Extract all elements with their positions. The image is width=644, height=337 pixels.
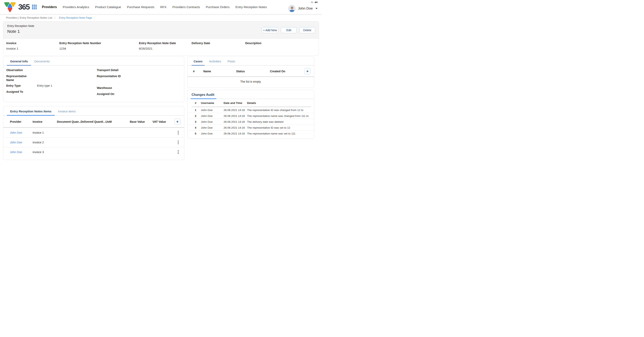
audit-table-header: # Username Date and Time Details [188, 99, 314, 106]
tab-cases[interactable]: Cases [192, 59, 204, 65]
field-ern-number: Entry Reception Note Number 1234 [59, 42, 139, 50]
language-switcher: ro en [311, 1, 318, 4]
item-provider-link[interactable]: John Doe [10, 141, 32, 144]
tab-documents[interactable]: Documents [31, 59, 53, 65]
apps-grid-icon[interactable] [32, 5, 37, 9]
audit-row: 5 John Doe 26.08.2021 14:16 The represen… [188, 131, 314, 136]
audit-username: John Doe [201, 126, 224, 129]
audit-row: 1 John Doe 26.08.2021 14:16 The represen… [188, 107, 314, 113]
audit-datetime: 26.08.2021 14:16 [224, 126, 247, 129]
audit-details: The delivery date was deleted [247, 120, 311, 123]
audit-username: John Doe [201, 108, 224, 112]
nav-item-rfx[interactable]: RFX [160, 5, 166, 9]
audit-row: 4 John Doe 26.08.2021 14:16 The represen… [188, 125, 314, 131]
empty-list-message: The list is empty. [188, 77, 314, 88]
language-ro[interactable]: ro [311, 1, 313, 4]
field-representative-id: Representative ID [97, 74, 180, 78]
tab-invoice-items[interactable]: Invoice items [55, 109, 79, 115]
app-logo[interactable]: 365 [4, 2, 30, 12]
item-invoice: invoice 2 [32, 141, 57, 144]
field-observation: Observation [6, 68, 97, 72]
nav-item-providers[interactable]: Providers [42, 5, 57, 9]
item-provider-link[interactable]: John Doe [10, 131, 32, 134]
field-representative-name: Representative Name [6, 74, 97, 82]
audit-details: The representative name was changed from… [247, 114, 311, 118]
items-tabs: Entry Reception Notes Items Invoice item… [3, 106, 184, 116]
general-info-fields: Observation Representative Name Entry Ty… [3, 66, 184, 102]
field-ern-date: Entry Reception Note Date 8/26/2021 [139, 42, 192, 50]
top-navbar: 365 Providers Providers Analytics Produc… [0, 0, 322, 14]
header-fields: Invoice invoice 1 Entry Reception Note N… [3, 38, 319, 55]
add-item-button[interactable]: + [174, 118, 180, 125]
item-invoice: invoice 1 [32, 131, 57, 134]
item-row: John Doe invoice 1 [3, 128, 184, 138]
logo-triangles-icon [4, 2, 16, 12]
language-en[interactable]: en [315, 1, 318, 4]
audit-table-body: 1 John Doe 26.08.2021 14:16 The represen… [188, 107, 314, 138]
breadcrumb-current[interactable]: Entry Reception Note Page [59, 16, 92, 19]
field-entry-type: Entry Type Entry type 1 [6, 84, 97, 88]
audit-row: 3 John Doe 26.08.2021 14:16 The delivery… [188, 119, 314, 125]
field-ern-number-value: 1234 [59, 47, 139, 50]
field-entry-type-value: Entry type 1 [37, 84, 52, 88]
item-invoice: invoice 3 [32, 150, 57, 154]
nav-item-entry-reception-notes[interactable]: Entry Reception Notes [235, 5, 267, 9]
general-info-tabs: General Info Documents [3, 57, 184, 66]
nav-item-purchase-requests[interactable]: Purchase Requests [127, 5, 154, 9]
field-assigned-to: Assigned To [6, 90, 97, 94]
field-invoice-value: invoice 1 [6, 47, 59, 50]
changes-audit-header: Changes Audit [188, 90, 314, 99]
field-transport-detail: Transport Detail [97, 68, 180, 72]
field-assigned-on: Assigned On [97, 92, 180, 96]
breadcrumb-root[interactable]: Providers | Entry Reception Notes List [6, 16, 52, 19]
edit-button[interactable]: Edit [281, 27, 297, 33]
delete-button[interactable]: Delete [299, 27, 315, 33]
entry-reception-note-card: Entry Reception Note Note 1 + Add New Ed… [3, 21, 319, 56]
header-actions: + Add New Edit Delete [262, 27, 315, 33]
nav-item-purchase-orders[interactable]: Purchase Orders [206, 5, 230, 9]
tab-entry-reception-notes-items[interactable]: Entry Reception Notes Items [7, 109, 55, 115]
changes-audit-title: Changes Audit [192, 93, 216, 99]
kebab-menu-icon[interactable] [176, 140, 180, 145]
items-table-body: John Doe invoice 1 John Doe invoice 2 Jo… [3, 128, 184, 160]
breadcrumb-separator: 〉 [54, 16, 57, 19]
general-info-card: General Info Documents Observation Repre… [3, 56, 184, 102]
kebab-menu-icon[interactable] [176, 150, 180, 155]
audit-details: The representative name was set to 111 [247, 132, 311, 135]
audit-details: The representative ID was set to 12 [247, 126, 311, 129]
item-row: John Doe invoice 2 [3, 138, 184, 147]
user-menu[interactable]: John Doe [288, 5, 318, 12]
add-new-button[interactable]: + Add New [262, 27, 278, 33]
audit-details: The representative ID was changed from 1… [247, 108, 311, 112]
cases-card: Cases Activities Posts # Name Status Cre… [187, 56, 314, 88]
cases-table-header: # Name Status Created On + [188, 66, 314, 76]
user-name: John Doe [298, 6, 313, 10]
nav-item-product-catalogue[interactable]: Product Catalogue [95, 5, 121, 9]
field-warehouse: Warehouse [97, 86, 180, 90]
item-row: John Doe invoice 3 [3, 147, 184, 157]
nav-item-providers-contracts[interactable]: Providers Contracts [172, 5, 200, 9]
field-invoice: Invoice invoice 1 [6, 42, 59, 50]
audit-datetime: 26.08.2021 14:16 [224, 108, 247, 112]
cases-tabs: Cases Activities Posts [188, 57, 314, 66]
header-title-area: Entry Reception Note Note 1 + Add New Ed… [3, 22, 319, 38]
add-case-button[interactable]: + [304, 68, 310, 74]
logo-365-text: 365 [18, 3, 30, 11]
field-description: Description [245, 42, 317, 50]
audit-username: John Doe [201, 114, 224, 118]
kebab-menu-icon[interactable] [176, 130, 180, 135]
audit-datetime: 26.08.2021 14:16 [224, 132, 247, 135]
tab-activities[interactable]: Activities [204, 59, 223, 65]
items-card: Entry Reception Notes Items Invoice item… [3, 106, 184, 160]
tab-posts[interactable]: Posts [223, 59, 237, 65]
tab-general-info[interactable]: General Info [7, 59, 31, 65]
items-table-header: Provider Invoice Document Quan… Delivere… [3, 116, 184, 127]
field-ern-date-value: 8/26/2021 [139, 47, 192, 50]
audit-username: John Doe [201, 120, 224, 123]
field-delivery-date: Delivery Date [192, 42, 245, 50]
item-provider-link[interactable]: John Doe [10, 150, 32, 154]
nav-item-providers-analytics[interactable]: Providers Analytics [63, 5, 89, 9]
audit-username: John Doe [201, 132, 224, 135]
avatar [288, 5, 296, 12]
breadcrumb: Providers | Entry Reception Notes List 〉… [0, 14, 322, 21]
